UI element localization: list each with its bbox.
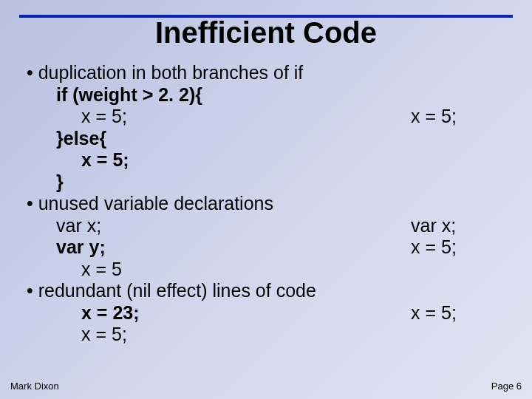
code-line: if (weight > 2. 2){: [27, 84, 411, 106]
code-row: x = 5;: [27, 324, 514, 346]
code-line: var y;: [27, 236, 411, 259]
code-row: x = 23; x = 5;: [27, 302, 514, 324]
code-line: x = 5;: [27, 324, 411, 346]
code-row: }else{: [27, 128, 514, 150]
code-row: }: [27, 171, 514, 194]
slide-title: Inefficient Code: [0, 16, 532, 50]
footer-page: Page 6: [491, 381, 522, 392]
right-col: x = 5;: [411, 106, 514, 128]
right-col: x = 5;: [411, 302, 514, 324]
code-line: x = 5;: [27, 149, 411, 171]
code-row: x = 5;: [27, 149, 514, 171]
bullet-redundant: redundant (nil effect) lines of code: [27, 280, 514, 302]
code-row: x = 5: [27, 259, 514, 281]
code-line: x = 5;: [27, 106, 411, 128]
code-row: if (weight > 2. 2){: [27, 84, 514, 106]
slide-content: duplication in both branches of if if (w…: [27, 62, 514, 346]
code-line: x = 23;: [27, 302, 411, 324]
right-col: var x;: [411, 215, 514, 237]
code-row: var y; x = 5;: [27, 236, 514, 259]
code-line: }: [27, 171, 411, 194]
bullet-duplication: duplication in both branches of if: [27, 62, 514, 84]
slide: Inefficient Code duplication in both bra…: [0, 0, 532, 399]
footer-author: Mark Dixon: [10, 381, 59, 392]
code-row: x = 5; x = 5;: [27, 106, 514, 128]
bullet-unused: unused variable declarations: [27, 193, 514, 215]
right-col: x = 5;: [411, 236, 514, 259]
code-row: var x; var x;: [27, 215, 514, 237]
code-line: x = 5: [27, 259, 411, 281]
code-line: }else{: [27, 128, 411, 150]
code-line: var x;: [27, 215, 411, 237]
